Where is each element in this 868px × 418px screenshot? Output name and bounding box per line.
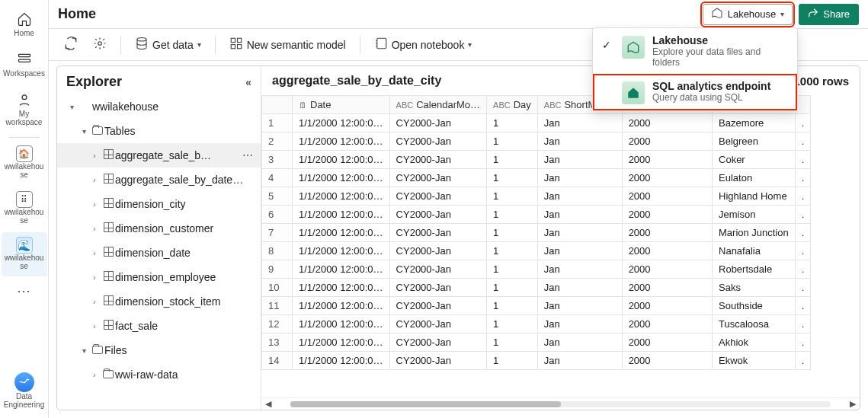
explorer-panel: Explorer « ▾wwilakehouse▾Tables›aggregat… <box>57 66 261 410</box>
notebook-label: Open notebook <box>392 39 465 51</box>
tree-tables[interactable]: ▾Tables <box>57 119 261 143</box>
rail-lakehouse-2[interactable]: ⠿ wwilakehouse <box>2 187 47 231</box>
svg-rect-8 <box>237 45 241 49</box>
table-row[interactable]: 121/1/2000 12:00:0…CY2000-Jan1Jan2000Tus… <box>262 315 811 333</box>
tree-folder[interactable]: ›wwi-raw-data <box>57 362 261 387</box>
table-row[interactable]: 141/1/2000 12:00:0…CY2000-Jan1Jan2000Ekw… <box>262 352 811 370</box>
table-row[interactable]: 41/1/2000 12:00:0…CY2000-Jan1Jan2000Eula… <box>262 169 811 187</box>
table-row[interactable]: 111/1/2000 12:00:0…CY2000-Jan1Jan2000Sou… <box>262 297 811 315</box>
view-switcher-lakehouse[interactable]: Lakehouse ▾ <box>703 4 793 25</box>
rail-lakehouse-3[interactable]: 🌊 wwilakehouse <box>2 232 47 276</box>
cell: Coker <box>713 151 796 169</box>
cell: 1 <box>487 315 538 333</box>
more-icon[interactable]: ⋯ <box>239 149 256 161</box>
settings-button[interactable] <box>87 33 113 56</box>
cell-extra: . <box>795 279 811 297</box>
cell: 1/1/2000 12:00:0… <box>293 114 390 132</box>
twisty-icon: ▾ <box>77 127 91 136</box>
twisty-icon: ▾ <box>77 346 91 355</box>
cell-extra: . <box>795 333 811 352</box>
rail-lakehouse-1[interactable]: 🏠 wwilakehouse <box>2 141 47 185</box>
tree-node-icon <box>101 247 115 259</box>
rail-de-label: Data Engineering <box>3 392 46 409</box>
table-row[interactable]: 71/1/2000 12:00:0…CY2000-Jan1Jan2000Mari… <box>262 224 811 242</box>
cell: CY2000-Jan <box>389 260 486 279</box>
table-row[interactable]: 61/1/2000 12:00:0…CY2000-Jan1Jan2000Jemi… <box>262 206 811 224</box>
table-row[interactable]: 31/1/2000 12:00:0…CY2000-Jan1Jan2000Coke… <box>262 151 811 169</box>
table-row[interactable]: 51/1/2000 12:00:0…CY2000-Jan1Jan2000High… <box>262 187 811 206</box>
tree-table[interactable]: ›aggregate_sale_b…⋯ <box>57 143 261 168</box>
cell: Belgreen <box>713 132 796 151</box>
cell-extra: . <box>795 297 811 315</box>
get-data-button[interactable]: Get data ▾ <box>129 33 207 56</box>
table-row[interactable]: 11/1/2000 12:00:0…CY2000-Jan1Jan2000Baze… <box>262 114 811 132</box>
rail-workspaces[interactable]: Workspaces <box>2 45 47 84</box>
tree-table[interactable]: ›dimension_city <box>57 192 261 216</box>
cell-extra: . <box>795 224 811 242</box>
horizontal-scrollbar[interactable]: ◀ ▶ <box>261 397 860 410</box>
share-button[interactable]: Share <box>799 4 859 25</box>
table-row[interactable]: 131/1/2000 12:00:0…CY2000-Jan1Jan2000Akh… <box>262 333 811 352</box>
cell: Saks <box>713 279 796 297</box>
lakehouse-active-icon: 🌊 <box>16 237 33 254</box>
column-header[interactable]: 🗓Date <box>293 96 390 114</box>
tree-root[interactable]: ▾wwilakehouse <box>57 94 261 119</box>
twisty-icon: › <box>88 249 101 257</box>
table-row[interactable]: 81/1/2000 12:00:0…CY2000-Jan1Jan2000Nana… <box>262 242 811 260</box>
tree-table[interactable]: ›dimension_stock_item <box>57 289 261 314</box>
menu-item-lakehouse[interactable]: ✓ Lakehouse Explore your data files and … <box>593 28 797 74</box>
svg-point-4 <box>137 38 146 42</box>
chevron-down-icon: ▾ <box>780 10 784 18</box>
cell: Jan <box>537 151 622 169</box>
collapse-explorer-button[interactable]: « <box>245 76 251 88</box>
rownum-cell: 11 <box>262 297 293 315</box>
cell: 1/1/2000 12:00:0… <box>293 206 390 224</box>
rownum-cell: 5 <box>262 187 293 206</box>
cell: Jan <box>537 260 622 279</box>
tree-files[interactable]: ▾Files <box>57 338 261 362</box>
scroll-left-icon[interactable]: ◀ <box>261 399 275 409</box>
cell: CY2000-Jan <box>389 242 486 260</box>
new-semantic-model-button[interactable]: New semantic model <box>223 33 352 56</box>
tree-table[interactable]: ›dimension_date <box>57 241 261 265</box>
cell: 1 <box>487 224 538 242</box>
table-row[interactable]: 91/1/2000 12:00:0…CY2000-Jan1Jan2000Robe… <box>262 260 811 279</box>
cell: Jan <box>537 315 622 333</box>
rail-lh3-label: wwilakehouse <box>3 254 46 270</box>
cell: CY2000-Jan <box>389 187 486 206</box>
get-data-label: Get data <box>152 39 194 51</box>
cell: CY2000-Jan <box>389 206 486 224</box>
rail-myworkspace[interactable]: My workspace <box>2 85 47 132</box>
menu-item-sql-endpoint[interactable]: SQL analytics endpoint Query data using … <box>593 74 797 110</box>
table-row[interactable]: 101/1/2000 12:00:0…CY2000-Jan1Jan2000Sak… <box>262 279 811 297</box>
tree-node-label: dimension_employee <box>115 271 256 283</box>
column-header[interactable]: ABCCalendarMo… <box>389 96 486 114</box>
tree-node-label: dimension_date <box>115 247 256 259</box>
tree-node-label: wwilakehouse <box>92 101 256 113</box>
scroll-right-icon[interactable]: ▶ <box>846 399 860 409</box>
cell: Jan <box>537 352 622 370</box>
cell: CY2000-Jan <box>389 224 486 242</box>
tree-table[interactable]: ›fact_sale <box>57 314 261 338</box>
open-notebook-button[interactable]: Open notebook ▾ <box>368 33 479 56</box>
table-row[interactable]: 21/1/2000 12:00:0…CY2000-Jan1Jan2000Belg… <box>262 132 811 151</box>
column-header[interactable]: ABCDay <box>487 96 538 114</box>
rail-data-engineering[interactable]: Data Engineering <box>2 368 47 415</box>
tree-node-label: aggregate_sale_by_date… <box>115 174 256 186</box>
rail-home[interactable]: Home <box>2 5 47 43</box>
cell: Nanafalia <box>713 242 796 260</box>
tree-table[interactable]: ›dimension_customer <box>57 216 261 241</box>
data-grid-scroll[interactable]: 🗓DateABCCalendarMo…ABCDayABCShortMonth12… <box>261 95 860 397</box>
cell: Jan <box>537 297 622 315</box>
rownum-cell: 13 <box>262 333 293 352</box>
tree-node-icon <box>101 295 115 308</box>
rownum-cell: 9 <box>262 260 293 279</box>
rail-more[interactable]: ⋯ <box>2 278 47 304</box>
cell: 1 <box>487 114 538 132</box>
cell: Eulaton <box>713 169 796 187</box>
svg-rect-7 <box>231 45 235 49</box>
tree-table[interactable]: ›dimension_employee <box>57 265 261 289</box>
cell: 1 <box>487 333 538 352</box>
tree-table[interactable]: ›aggregate_sale_by_date… <box>57 168 261 192</box>
refresh-button[interactable] <box>58 33 84 56</box>
